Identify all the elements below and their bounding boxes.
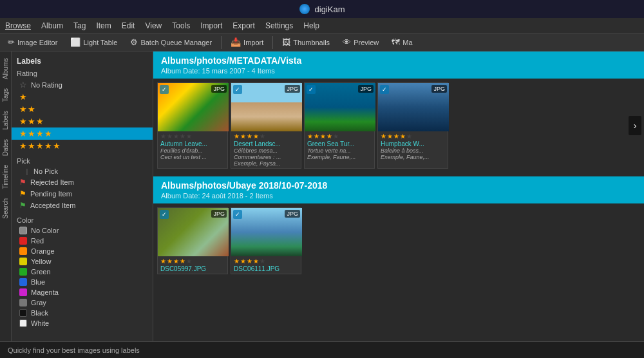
star-2: ★ [167, 258, 173, 265]
menu-album[interactable]: Album [41, 21, 63, 30]
menu-help[interactable]: Help [303, 21, 319, 30]
sidebar-tab-dates[interactable]: Dates [1, 135, 10, 160]
color-magenta[interactable]: Magenta [12, 287, 153, 297]
magenta-label: Magenta [31, 288, 59, 296]
color-white[interactable]: White [12, 318, 153, 328]
rating-2-star[interactable]: ★ ★ [12, 103, 153, 115]
album-date-2: Album Date: 24 août 2018 - 2 Items [161, 192, 636, 200]
star-2: ★ [28, 129, 35, 138]
accepted-label: Accepted Item [30, 202, 75, 209]
star-1: ★ [307, 133, 313, 140]
autumn-check-icon: ✓ [160, 85, 169, 94]
autumn-name: Autumn Leave... [160, 140, 225, 147]
rating-5-star[interactable]: ★ ★ ★ ★ ★ [12, 140, 153, 152]
desert-subtitle: Célèbres mesa... [234, 147, 298, 154]
color-red[interactable]: Red [12, 236, 153, 246]
pick-rejected[interactable]: ⚑ Rejected Item [12, 176, 153, 188]
menu-tag[interactable]: Tag [73, 21, 86, 30]
map-button[interactable]: 🗺 Ma [386, 36, 417, 48]
menu-item[interactable]: Item [96, 21, 111, 30]
sidebar-tab-search[interactable]: Search [1, 194, 10, 223]
batch-queue-icon: ⚙ [130, 37, 138, 47]
pick-pending[interactable]: ⚑ Pending Item [12, 188, 153, 200]
star-4: ★ [180, 258, 185, 265]
rating-4-star[interactable]: ★ ★ ★ ★ [12, 127, 153, 140]
star-1: ★ [234, 133, 240, 140]
rating-3-star[interactable]: ★ ★ ★ [12, 115, 153, 127]
thumbnails-label: Thumbnails [293, 39, 330, 46]
star-outline-icon: ☆ [19, 80, 27, 90]
color-blue[interactable]: Blue [12, 277, 153, 287]
star-empty-2: ★ [167, 133, 173, 140]
color-green[interactable]: Green [12, 267, 153, 277]
photo-item-desert[interactable]: JPG ✓ ★ ★ ★ ★ ★ Desert Landsc... Célèbre… [231, 82, 301, 169]
orange-dot [19, 247, 27, 255]
color-yellow[interactable]: Yellow [12, 256, 153, 267]
toolbar-separator-2 [272, 36, 273, 49]
menu-browse[interactable]: Browse [5, 21, 31, 30]
photo-grid-1: JPG ✓ ★ ★ ★ ★ ★ Autumn Leave... Feuilles… [153, 79, 644, 173]
menu-view[interactable]: View [145, 21, 162, 30]
turtle-name: Green Sea Tur... [307, 140, 372, 147]
bear-info: ★ ★ ★ ★ ★ DSC05997.JPG [158, 256, 227, 274]
import-icon: 📥 [231, 37, 241, 47]
photo-item-turtle[interactable]: JPG ✓ ★ ★ ★ ★ ★ Green Sea Tur... Tortue … [304, 82, 375, 169]
pick-accepted[interactable]: ⚑ Accepted Item [12, 200, 153, 211]
menu-export[interactable]: Export [232, 21, 255, 30]
gray-label: Gray [31, 299, 46, 306]
whale-name: Humpback W... [381, 140, 445, 147]
star-row-3: ★ ★ ★ [19, 117, 44, 126]
color-title: Color [12, 215, 153, 225]
desert-info: ★ ★ ★ ★ ★ Desert Landsc... Célèbres mesa… [231, 131, 301, 168]
photo-item-autumn[interactable]: JPG ✓ ★ ★ ★ ★ ★ Autumn Leave... Feuilles… [157, 82, 228, 169]
no-color-label: No Color [31, 227, 59, 234]
pick-no-pick[interactable]: | No Pick [12, 166, 153, 176]
photo-item-lake[interactable]: JPG ✓ ★ ★ ★ ★ ★ DSC06111.JPG [231, 207, 301, 274]
menu-import[interactable]: Import [200, 21, 222, 30]
desert-badge: JPG [285, 85, 300, 93]
autumn-badge: JPG [211, 85, 227, 93]
rating-1-star[interactable]: ★ [12, 91, 153, 103]
autumn-stars: ★ ★ ★ ★ ★ [160, 133, 225, 140]
black-label: Black [31, 309, 48, 317]
red-dot [19, 237, 27, 245]
star-1: ★ [160, 258, 166, 265]
yellow-dot [19, 258, 27, 265]
bear-badge: JPG [211, 210, 227, 218]
preview-label: Preview [354, 39, 379, 46]
rejected-flag-icon: ⚑ [19, 178, 26, 187]
gray-dot [19, 299, 27, 306]
lake-check-icon: ✓ [233, 210, 242, 219]
star-4: ★ [327, 133, 332, 140]
image-editor-button[interactable]: ✏ Image Editor [3, 36, 62, 48]
sidebar-tab-albums[interactable]: Albums [1, 54, 10, 83]
star-3: ★ [173, 258, 179, 265]
photo-item-bear[interactable]: JPG ✓ ★ ★ ★ ★ ★ DSC05997.JPG [157, 207, 228, 274]
rating-no-rating[interactable]: ☆ No Rating [12, 79, 153, 91]
sidebar-tab-labels[interactable]: Labels [1, 107, 10, 133]
whale-check-icon: ✓ [380, 85, 389, 94]
menubar: Browse Album Tag Item Edit View Tools Im… [0, 18, 644, 33]
star-row-1: ★ [19, 92, 27, 102]
color-orange[interactable]: Orange [12, 246, 153, 256]
lake-name: DSC06111.JPG [234, 265, 298, 272]
light-table-button[interactable]: ⬜ Light Table [65, 36, 122, 48]
sidebar-tab-timeline[interactable]: Timeline [1, 161, 10, 193]
import-button[interactable]: 📥 Import [225, 36, 269, 48]
photo-item-whale[interactable]: JPG ✓ ★ ★ ★ ★ ★ Humpback W... Baleine à … [377, 82, 448, 169]
sidebar-tab-tags[interactable]: Tags [1, 84, 10, 106]
menu-tools[interactable]: Tools [172, 21, 190, 30]
star-1: ★ [19, 104, 27, 114]
thumbnails-button[interactable]: 🖼 Thumbnails [277, 36, 335, 48]
color-no-color[interactable]: No Color [12, 225, 153, 236]
batch-queue-button[interactable]: ⚙ Batch Queue Manager [125, 36, 217, 48]
color-gray[interactable]: Gray [12, 297, 153, 308]
preview-button[interactable]: 👁 Preview [337, 36, 384, 48]
next-arrow-1[interactable]: › [629, 116, 641, 135]
menu-settings[interactable]: Settings [265, 21, 293, 30]
color-black[interactable]: Black [12, 308, 153, 318]
menu-edit[interactable]: Edit [122, 21, 135, 30]
red-label: Red [31, 237, 44, 245]
star-3: ★ [320, 133, 326, 140]
star-1: ★ [19, 92, 27, 102]
